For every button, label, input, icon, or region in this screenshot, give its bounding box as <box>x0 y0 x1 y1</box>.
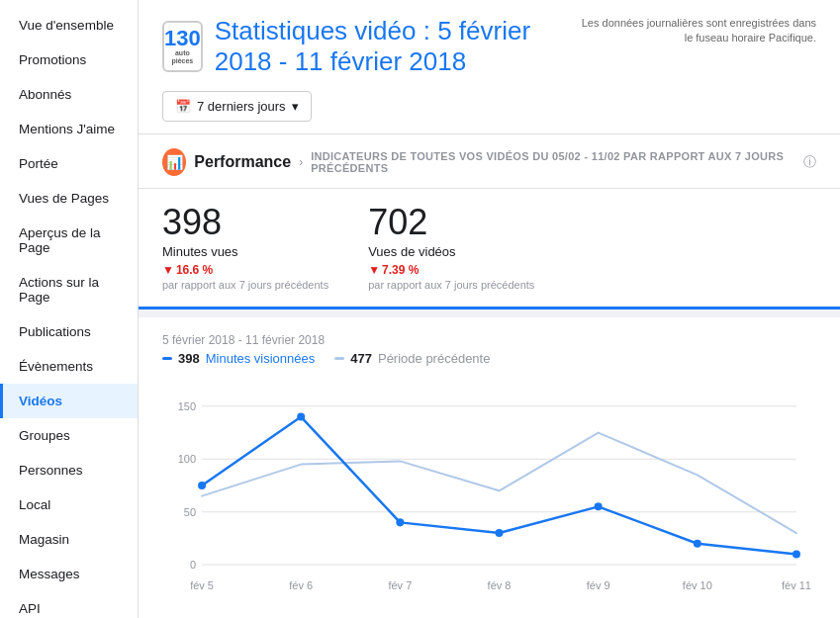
calendar-icon: 📅 <box>175 99 191 114</box>
sidebar-item-mentions_j'aime[interactable]: Mentions J'aime <box>0 112 138 146</box>
metric-label: Vues de vidéos <box>368 244 534 259</box>
sidebar-item-promotions[interactable]: Promotions <box>0 43 138 77</box>
header-title-area: 130 auto pièces Statistiques vidéo : 5 f… <box>162 16 577 77</box>
svg-text:fév 5: fév 5 <box>190 579 214 591</box>
page-title: Statistiques vidéo : 5 février 2018 - 11… <box>215 16 577 77</box>
sidebar-item-publications[interactable]: Publications <box>0 314 138 349</box>
logo-subtitle: auto pièces <box>164 49 201 66</box>
metric-change-text: par rapport aux 7 jours précédents <box>368 279 534 291</box>
performance-icon: 📊 <box>162 148 186 176</box>
svg-text:fév 6: fév 6 <box>289 579 313 591</box>
svg-point-19 <box>595 502 603 510</box>
page-header: 130 auto pièces Statistiques vidéo : 5 f… <box>139 0 840 134</box>
header-note: Les données journalières sont enregistré… <box>577 16 816 46</box>
performance-title: Performance <box>194 153 291 171</box>
date-selector-label: 7 derniers jours <box>197 99 286 114</box>
svg-text:0: 0 <box>190 559 196 571</box>
date-range-selector[interactable]: 📅 7 derniers jours ▾ <box>162 91 312 122</box>
metric-change-text: par rapport aux 7 jours précédents <box>162 279 328 291</box>
sidebar: Vue d'ensemblePromotionsAbonnésMentions … <box>0 0 139 618</box>
chart-container: 050100150fév 5fév 6fév 7fév 8fév 9fév 10… <box>162 382 816 612</box>
svg-point-17 <box>396 518 404 526</box>
svg-point-15 <box>198 482 206 489</box>
performance-section: 📊 Performance › INDICATEURS DE TOUTES VO… <box>139 134 840 309</box>
svg-text:50: 50 <box>184 506 196 518</box>
sidebar-item-actions_sur_la_page[interactable]: Actions sur la Page <box>0 265 138 314</box>
metric-value: 398 <box>162 205 328 240</box>
metrics-row: 398 Minutes vues ▼ 16.6 % par rapport au… <box>139 189 840 309</box>
metric-label: Minutes vues <box>162 244 328 259</box>
svg-point-21 <box>793 550 800 558</box>
svg-text:fév 7: fév 7 <box>388 579 412 591</box>
svg-text:fév 8: fév 8 <box>488 579 512 591</box>
metric-pct: 7.39 % <box>382 263 419 277</box>
performance-subtitle: INDICATEURS DE TOUTES VOS VIDÉOS DU 05/0… <box>311 150 792 174</box>
sidebar-item-portée[interactable]: Portée <box>0 146 138 181</box>
sidebar-item-vidéos[interactable]: Vidéos <box>0 384 138 418</box>
legend-current-line <box>162 357 172 360</box>
arrow-down-icon: ▼ <box>368 263 380 277</box>
line-chart: 050100150fév 5fév 6fév 7fév 8fév 9fév 10… <box>162 382 816 609</box>
legend-prev: 477 Période précédente <box>334 351 490 366</box>
svg-point-16 <box>297 413 305 421</box>
current-value: 398 <box>178 351 200 366</box>
legend-current: 398 Minutes visionnées <box>162 351 315 366</box>
arrow-down-icon: ▼ <box>162 263 174 277</box>
sidebar-item-vues_de_pages[interactable]: Vues de Pages <box>0 181 138 216</box>
svg-point-20 <box>694 540 701 548</box>
svg-point-18 <box>496 529 504 537</box>
metric-item-0: 398 Minutes vues ▼ 16.6 % par rapport au… <box>162 205 328 291</box>
performance-arrow: › <box>299 155 303 169</box>
title-static: Statistiques vidéo : <box>215 16 430 45</box>
metric-value: 702 <box>368 205 534 240</box>
metric-item-1: 702 Vues de vidéos ▼ 7.39 % par rapport … <box>368 205 534 291</box>
sidebar-item-messages[interactable]: Messages <box>0 557 138 591</box>
sidebar-item-évènements[interactable]: Évènements <box>0 349 138 384</box>
svg-text:100: 100 <box>178 453 196 465</box>
current-label: Minutes visionnées <box>206 351 316 366</box>
main-content: 130 auto pièces Statistiques vidéo : 5 f… <box>139 0 840 618</box>
svg-text:fév 10: fév 10 <box>683 579 712 591</box>
legend-prev-line <box>334 357 344 360</box>
svg-text:150: 150 <box>178 400 196 412</box>
chart-legend: 398 Minutes visionnées 477 Période précé… <box>162 351 816 366</box>
svg-text:fév 9: fév 9 <box>587 579 610 591</box>
performance-header: 📊 Performance › INDICATEURS DE TOUTES VO… <box>139 134 840 189</box>
sidebar-item-abonnés[interactable]: Abonnés <box>0 77 138 112</box>
chevron-down-icon: ▾ <box>292 99 299 114</box>
chart-section: 5 février 2018 - 11 février 2018 398 Min… <box>139 317 840 618</box>
page-logo: 130 auto pièces <box>162 21 203 72</box>
metric-change: ▼ 7.39 % <box>368 263 534 277</box>
svg-text:fév 11: fév 11 <box>782 579 811 591</box>
sidebar-item-api[interactable]: API <box>0 591 138 618</box>
sidebar-item-personnes[interactable]: Personnes <box>0 453 138 487</box>
prev-value: 477 <box>350 351 372 366</box>
info-icon[interactable]: ⓘ <box>803 153 816 171</box>
sidebar-item-magasin[interactable]: Magasin <box>0 522 138 557</box>
metric-pct: 16.6 % <box>176 263 213 277</box>
sidebar-item-aperçus_de_la_page[interactable]: Aperçus de la Page <box>0 216 138 265</box>
sidebar-item-groupes[interactable]: Groupes <box>0 418 138 453</box>
sidebar-item-local[interactable]: Local <box>0 487 138 522</box>
sidebar-item-vue_d'ensemble[interactable]: Vue d'ensemble <box>0 8 138 43</box>
logo-number: 130 <box>164 28 201 49</box>
prev-label: Période précédente <box>378 351 490 366</box>
header-actions: 📅 7 derniers jours ▾ <box>162 91 816 122</box>
metric-change: ▼ 16.6 % <box>162 263 328 277</box>
chart-date-range: 5 février 2018 - 11 février 2018 <box>162 333 816 347</box>
